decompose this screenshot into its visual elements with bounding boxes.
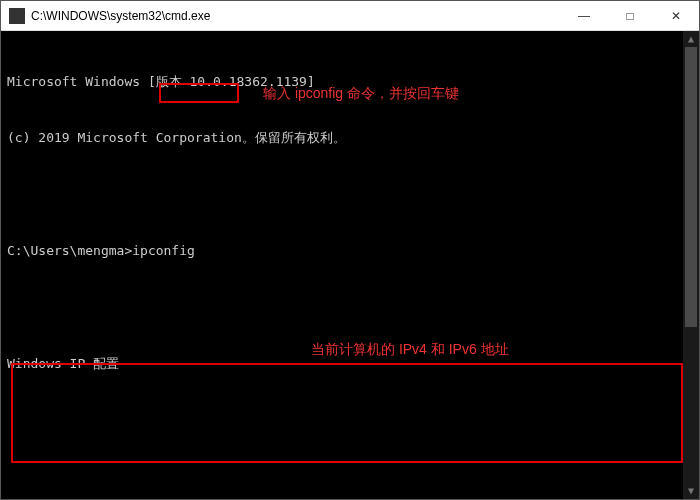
- blank: [7, 468, 693, 487]
- blank: [7, 186, 693, 205]
- maximize-button[interactable]: □: [607, 1, 653, 30]
- scrollbar-thumb[interactable]: [685, 47, 697, 327]
- annotation-box-ip: [11, 363, 683, 463]
- cmd-icon: [9, 8, 25, 24]
- prompt-line-1: C:\Users\mengma>ipconfig: [7, 242, 693, 261]
- annotation-text-command: 输入 ipconfig 命令，并按回车键: [263, 83, 459, 103]
- close-button[interactable]: ✕: [653, 1, 699, 30]
- scroll-up-icon[interactable]: ▲: [683, 31, 699, 47]
- annotation-text-ip: 当前计算机的 IPv4 和 IPv6 地址: [311, 339, 509, 359]
- copyright-line: (c) 2019 Microsoft Corporation。保留所有权利。: [7, 129, 693, 148]
- window-title: C:\WINDOWS\system32\cmd.exe: [31, 9, 561, 23]
- blank: [7, 299, 693, 318]
- annotation-box-command: [159, 83, 239, 103]
- command-text: ipconfig: [132, 243, 195, 258]
- scrollbar[interactable]: ▲ ▼: [683, 31, 699, 499]
- minimize-button[interactable]: —: [561, 1, 607, 30]
- terminal-area[interactable]: Microsoft Windows [版本 10.0.18362.1139] (…: [1, 31, 699, 499]
- cmd-window: C:\WINDOWS\system32\cmd.exe — □ ✕ Micros…: [0, 0, 700, 500]
- titlebar[interactable]: C:\WINDOWS\system32\cmd.exe — □ ✕: [1, 1, 699, 31]
- scroll-down-icon[interactable]: ▼: [683, 483, 699, 499]
- window-controls: — □ ✕: [561, 1, 699, 30]
